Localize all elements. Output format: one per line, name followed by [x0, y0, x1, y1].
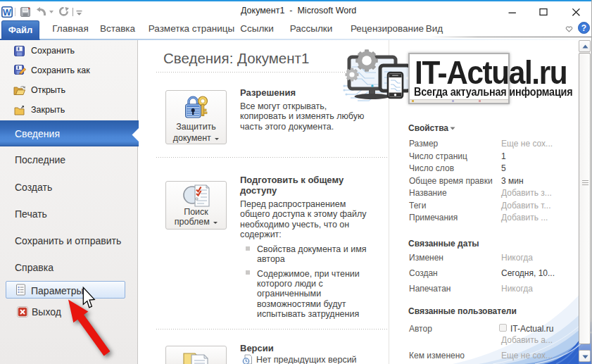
svg-text:?: ? — [581, 23, 586, 33]
svg-text:W: W — [3, 8, 11, 18]
